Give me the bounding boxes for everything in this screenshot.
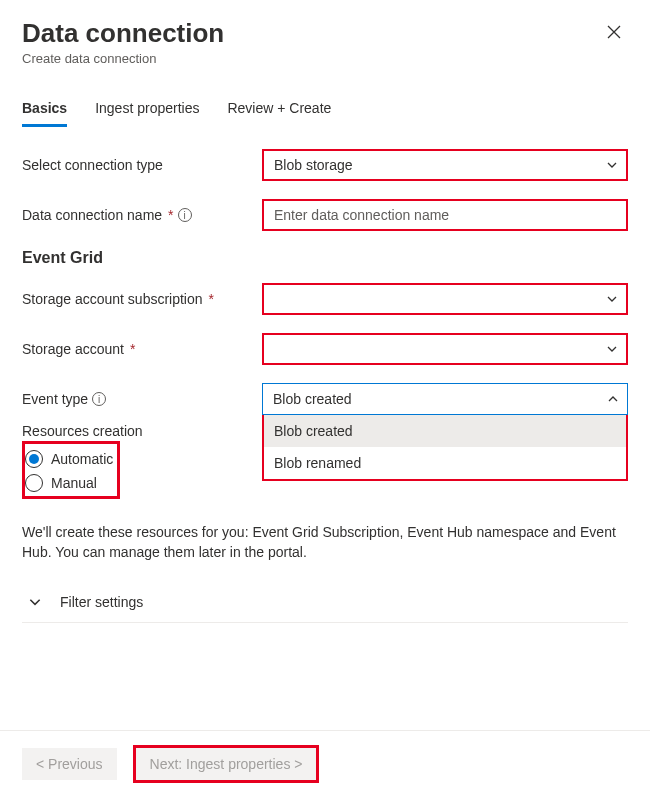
chevron-down-icon <box>28 595 42 609</box>
radio-icon <box>25 450 43 468</box>
tabs: Basics Ingest properties Review + Create <box>22 94 628 127</box>
chevron-down-icon <box>606 293 618 305</box>
next-button[interactable]: Next: Ingest properties > <box>136 748 317 780</box>
tab-ingest-properties[interactable]: Ingest properties <box>95 94 199 127</box>
required-indicator: * <box>209 291 214 307</box>
required-indicator: * <box>130 341 135 357</box>
tab-review-create[interactable]: Review + Create <box>227 94 331 127</box>
event-type-option-blob-created[interactable]: Blob created <box>264 415 626 447</box>
subscription-select[interactable] <box>262 283 628 315</box>
page-subtitle: Create data connection <box>22 51 628 66</box>
page-title: Data connection <box>22 18 628 49</box>
chevron-down-icon <box>606 343 618 355</box>
close-button[interactable] <box>604 22 624 42</box>
radio-manual[interactable]: Manual <box>25 474 113 492</box>
radio-automatic[interactable]: Automatic <box>25 450 113 468</box>
close-icon <box>607 25 621 39</box>
required-indicator: * <box>168 207 173 223</box>
connection-name-input[interactable]: Enter data connection name <box>262 199 628 231</box>
info-icon[interactable]: i <box>178 208 192 222</box>
event-type-dropdown: Blob created Blob renamed <box>262 415 628 481</box>
connection-type-value: Blob storage <box>274 157 353 173</box>
previous-button[interactable]: < Previous <box>22 748 117 780</box>
storage-account-select[interactable] <box>262 333 628 365</box>
connection-name-label: Data connection name <box>22 207 162 223</box>
filter-settings-label: Filter settings <box>60 594 143 610</box>
event-type-select[interactable]: Blob created <box>262 383 628 415</box>
resources-creation-radios: Automatic Manual <box>22 441 120 499</box>
subscription-label: Storage account subscription <box>22 291 203 307</box>
event-type-option-blob-renamed[interactable]: Blob renamed <box>264 447 626 479</box>
event-type-label: Event type <box>22 391 88 407</box>
filter-settings-toggle[interactable]: Filter settings <box>22 582 628 623</box>
connection-type-select[interactable]: Blob storage <box>262 149 628 181</box>
event-grid-heading: Event Grid <box>22 249 628 267</box>
radio-automatic-label: Automatic <box>51 451 113 467</box>
chevron-down-icon <box>606 159 618 171</box>
connection-type-label: Select connection type <box>22 157 262 173</box>
storage-account-label: Storage account <box>22 341 124 357</box>
radio-manual-label: Manual <box>51 475 97 491</box>
info-icon[interactable]: i <box>92 392 106 406</box>
resources-description: We'll create these resources for you: Ev… <box>22 523 628 562</box>
connection-name-placeholder: Enter data connection name <box>274 207 449 223</box>
chevron-up-icon <box>607 393 619 405</box>
resources-creation-label: Resources creation <box>22 423 262 439</box>
event-type-value: Blob created <box>273 391 352 407</box>
tab-basics[interactable]: Basics <box>22 94 67 127</box>
radio-icon <box>25 474 43 492</box>
footer: < Previous Next: Ingest properties > <box>0 730 650 797</box>
